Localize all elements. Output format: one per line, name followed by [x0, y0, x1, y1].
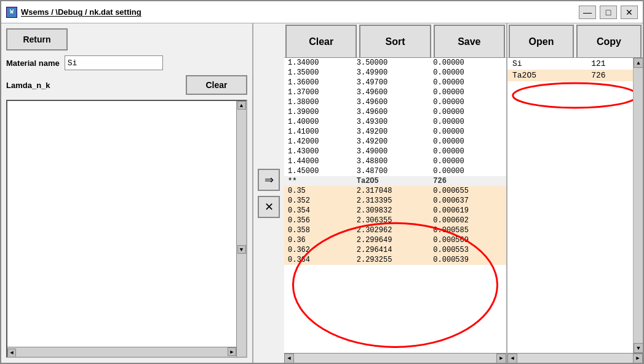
- maximize-button[interactable]: □: [600, 6, 617, 19]
- material-row: Material name: [6, 55, 247, 70]
- table-row[interactable]: 0.362.2996490.000569: [284, 235, 506, 245]
- scroll-right-arrow[interactable]: ▶: [496, 354, 506, 363]
- table-row[interactable]: 1.400003.493000.00000: [284, 117, 506, 127]
- table-row[interactable]: 1.440003.488000.00000: [284, 156, 506, 166]
- cell-col3: 0.00000: [429, 156, 506, 166]
- cell-col3: 0.000553: [429, 245, 506, 255]
- table-row[interactable]: 1.420003.492000.00000: [284, 137, 506, 147]
- table-row[interactable]: 1.360003.497000.00000: [284, 78, 506, 87]
- cell-col1: 1.42000: [284, 137, 353, 147]
- cell-col1: 1.41000: [284, 127, 353, 137]
- cell-col3: 0.00000: [429, 68, 506, 78]
- right-scroll-track[interactable]: [517, 354, 633, 363]
- cell-col1: 0.364: [284, 255, 353, 265]
- cell-col1: 1.35000: [284, 68, 353, 78]
- close-button[interactable]: ✕: [621, 6, 638, 19]
- scroll-left-arrow[interactable]: ◀: [284, 354, 294, 363]
- cell-col1: 0.36: [284, 235, 353, 245]
- cell-col3: 0.000619: [429, 206, 506, 216]
- title-bar-left: W Wsems / \Debug / nk.dat setting: [6, 7, 141, 18]
- cell-col2: 3.49600: [353, 87, 430, 97]
- table-row[interactable]: 1.410003.492000.00000: [284, 127, 506, 137]
- table-row[interactable]: 1.370003.496000.00000: [284, 87, 506, 97]
- table-row[interactable]: **Ta2O5726: [284, 176, 506, 186]
- vertical-scrollbar-left[interactable]: ▲ ▼: [236, 101, 246, 357]
- transfer-button[interactable]: ⇒: [258, 169, 280, 191]
- list-item[interactable]: Si121: [507, 58, 643, 70]
- table-row[interactable]: 1.430003.490000.00000: [284, 147, 506, 156]
- list-item[interactable]: Ta2O5726: [507, 70, 643, 81]
- table-row[interactable]: 0.3622.2964140.000553: [284, 245, 506, 255]
- right-scroll-right[interactable]: ▶: [633, 354, 643, 363]
- cell-col1: 1.34000: [284, 58, 353, 68]
- center-table-container: 1.340003.500000.000001.350003.499000.000…: [284, 58, 506, 353]
- return-button[interactable]: Return: [6, 28, 68, 51]
- cell-col3: 0.00000: [429, 166, 506, 176]
- cell-col2: 3.49300: [353, 117, 430, 127]
- horizontal-scrollbar-left[interactable]: ◀ ▶: [7, 347, 236, 357]
- annotation-circle-right: [507, 58, 643, 353]
- table-row[interactable]: 0.3642.2932550.000539: [284, 255, 506, 265]
- table-row[interactable]: 0.3562.3063550.000602: [284, 216, 506, 225]
- center-clear-button[interactable]: Clear: [285, 25, 357, 59]
- minimize-button[interactable]: —: [579, 6, 596, 19]
- save-button[interactable]: Save: [434, 25, 505, 59]
- lamda-clear-button[interactable]: Clear: [186, 75, 247, 95]
- cell-col1: 0.362: [284, 245, 353, 255]
- cell-col2: 3.49700: [353, 78, 430, 87]
- lamda-row: Lamda_n_k Clear: [6, 75, 247, 95]
- right-scrollbar[interactable]: ▲ ▼: [633, 58, 643, 353]
- lamda-text-area[interactable]: [7, 101, 246, 357]
- center-bottom-scrollbar[interactable]: ◀ ▶: [284, 353, 506, 363]
- left-panel: Return Material name Lamda_n_k Clear ▲ ▼…: [1, 23, 253, 363]
- delete-button[interactable]: ✕: [258, 196, 280, 218]
- cell-col2: 2.317048: [353, 186, 430, 196]
- center-toolbar: Clear Sort Save: [284, 23, 506, 58]
- right-toolbar: Open Copy: [507, 23, 643, 58]
- center-table-scroll[interactable]: 1.340003.500000.000001.350003.499000.000…: [284, 58, 506, 353]
- cell-col1: 0.352: [284, 196, 353, 206]
- cell-col1: 1.38000: [284, 97, 353, 107]
- cell-col2: 2.302962: [353, 225, 430, 235]
- table-row[interactable]: 0.3582.3029620.000585: [284, 225, 506, 235]
- table-row[interactable]: 1.340003.500000.00000: [284, 58, 506, 68]
- table-row[interactable]: 0.352.3170480.000655: [284, 186, 506, 196]
- sort-button[interactable]: Sort: [359, 25, 431, 59]
- app-icon: W: [6, 7, 17, 18]
- cell-col3: 0.00000: [429, 87, 506, 97]
- cell-col3: 0.000539: [429, 255, 506, 265]
- cell-col2: 2.313395: [353, 196, 430, 206]
- right-list-container: Si121Ta2O5726 ▲ ▼: [507, 58, 643, 353]
- cell-col2: Ta2O5: [353, 176, 430, 186]
- cell-col2: 3.48800: [353, 156, 430, 166]
- table-row[interactable]: 1.350003.499000.00000: [284, 68, 506, 78]
- cell-col2: 2.299649: [353, 235, 430, 245]
- material-name-input[interactable]: [65, 55, 163, 70]
- main-window: W Wsems / \Debug / nk.dat setting — □ ✕ …: [0, 0, 644, 364]
- right-scroll-up[interactable]: ▲: [634, 58, 643, 68]
- cell-col2: 3.49000: [353, 147, 430, 156]
- cell-col2: 2.309832: [353, 206, 430, 216]
- right-scroll-left[interactable]: ◀: [507, 354, 517, 363]
- open-button[interactable]: Open: [509, 25, 574, 59]
- title-bar: W Wsems / \Debug / nk.dat setting — □ ✕: [1, 1, 643, 23]
- center-data-table: 1.340003.500000.000001.350003.499000.000…: [284, 58, 506, 265]
- list-item-name: Ta2O5: [507, 70, 586, 81]
- copy-button[interactable]: Copy: [576, 25, 642, 59]
- list-item-name: Si: [507, 58, 586, 70]
- cell-col2: 2.296414: [353, 245, 430, 255]
- lamda-label: Lamda_n_k: [6, 81, 50, 90]
- cell-col3: 0.00000: [429, 58, 506, 68]
- cell-col3: 726: [429, 176, 506, 186]
- table-row[interactable]: 1.380003.496000.00000: [284, 97, 506, 107]
- table-row[interactable]: 1.390003.496000.00000: [284, 107, 506, 117]
- table-row[interactable]: 1.450003.487000.00000: [284, 166, 506, 176]
- scroll-track-center[interactable]: [294, 354, 496, 363]
- table-row[interactable]: 0.3522.3133950.000637: [284, 196, 506, 206]
- right-material-list: Si121Ta2O5726: [507, 58, 643, 81]
- right-scroll-down[interactable]: ▼: [634, 343, 643, 353]
- right-panel: Open Copy Si121Ta2O5726 ▲ ▼ ◀: [507, 23, 643, 363]
- table-row[interactable]: 0.3542.3098320.000619: [284, 206, 506, 216]
- right-bottom-scrollbar[interactable]: ◀ ▶: [507, 353, 643, 363]
- cell-col3: 0.00000: [429, 117, 506, 127]
